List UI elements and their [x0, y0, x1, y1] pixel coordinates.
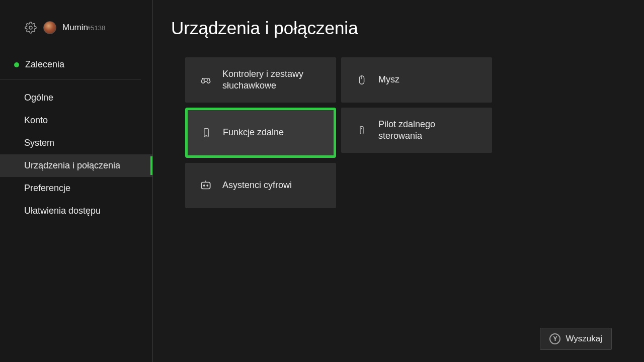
sidebar-item-accessibility[interactable]: Ułatwienia dostępu [0, 200, 152, 222]
assistant-icon [199, 179, 212, 192]
status-dot-icon [14, 62, 19, 67]
main-content: Urządzenia i połączenia Kontrolery i zes… [153, 0, 644, 362]
tile-remote-features[interactable]: Funkcje zdalne [185, 108, 336, 158]
y-button-icon: Y [549, 333, 560, 344]
username: Mumin [62, 23, 88, 32]
search-button[interactable]: Y Wyszukaj [540, 328, 612, 350]
sidebar-item-system[interactable]: System [0, 132, 152, 154]
mouse-icon [355, 73, 368, 86]
sidebar-item-label: Ułatwienia dostępu [24, 206, 101, 216]
user-tag: #5138 [87, 24, 105, 32]
sidebar-item-label: Ogólne [24, 93, 53, 103]
sidebar-item-preferences[interactable]: Preferencje [0, 177, 152, 200]
avatar [43, 21, 56, 34]
sidebar-item-label: System [24, 138, 54, 148]
sidebar-item-label: Preferencje [24, 183, 70, 193]
tile-label: Kontrolery i zestawy słuchawkowe [222, 68, 324, 92]
settings-tile-grid: Kontrolery i zestawy słuchawkowe Mysz [185, 57, 644, 208]
svg-point-11 [207, 185, 208, 186]
tile-label: Asystenci cyfrowi [222, 179, 292, 191]
phone-icon [200, 126, 213, 139]
tile-mouse[interactable]: Mysz [341, 57, 492, 103]
settings-sidebar: Mumin#5138 Zalecenia Ogólne Konto System… [0, 0, 153, 362]
svg-point-8 [362, 128, 362, 129]
svg-rect-9 [201, 183, 210, 189]
tile-remote-control[interactable]: Pilot zdalnego sterowania [341, 108, 492, 153]
svg-rect-7 [360, 127, 363, 134]
tile-label: Mysz [378, 74, 399, 85]
svg-point-1 [204, 79, 204, 80]
controller-icon [199, 73, 212, 86]
sidebar-item-devices-connections[interactable]: Urządzenia i połączenia [0, 154, 152, 177]
svg-point-0 [29, 26, 32, 29]
divider [0, 79, 141, 79]
sidebar-item-account[interactable]: Konto [0, 109, 152, 132]
tile-digital-assistants[interactable]: Asystenci cyfrowi [185, 163, 336, 208]
gear-icon [24, 21, 37, 34]
svg-point-10 [204, 185, 205, 186]
sidebar-item-label: Urządzenia i połączenia [24, 160, 120, 170]
sidebar-item-label: Zalecenia [25, 59, 64, 70]
page-title: Urządzenia i połączenia [171, 18, 644, 38]
username-label: Mumin#5138 [62, 23, 105, 33]
profile-row[interactable]: Mumin#5138 [0, 21, 152, 34]
tile-label: Funkcje zdalne [223, 127, 284, 138]
remote-icon [355, 124, 368, 137]
tile-label: Pilot zdalnego sterowania [378, 119, 480, 142]
search-label: Wyszukaj [566, 334, 602, 344]
sidebar-item-recommendations[interactable]: Zalecenia [0, 53, 152, 76]
tile-controllers-headsets[interactable]: Kontrolery i zestawy słuchawkowe [185, 57, 336, 103]
sidebar-item-general[interactable]: Ogólne [0, 86, 152, 109]
sidebar-item-label: Konto [24, 115, 48, 125]
svg-point-2 [207, 79, 208, 80]
